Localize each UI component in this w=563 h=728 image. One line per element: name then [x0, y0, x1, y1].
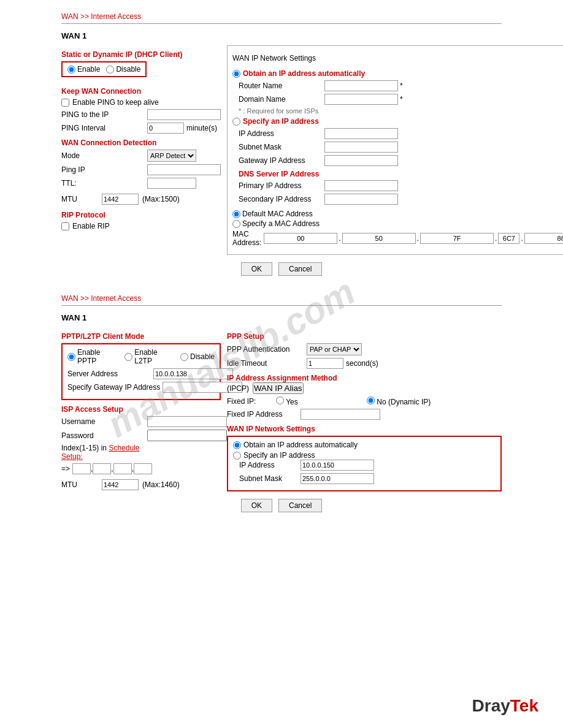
sched-input-4[interactable] — [134, 463, 152, 474]
wan-ip-settings-label: WAN IP Network Settings — [232, 54, 316, 63]
disable-radio-label[interactable]: Disable — [106, 65, 140, 74]
secondary-ip-row: Secondary IP Address — [239, 194, 563, 205]
server-address-row: Server Address 10.0.0.138 — [67, 368, 215, 379]
specify-ip-radio-2[interactable] — [233, 452, 241, 460]
breadcrumb-link-1[interactable]: WAN >> Internet Access — [61, 12, 141, 21]
keep-wan-label: Keep WAN Connection — [61, 87, 221, 96]
wan-ip-panel-1: WAN IP Network Settings WAN IP Alias Obt… — [227, 45, 563, 255]
mtu-input-2[interactable]: 1442 — [102, 479, 139, 490]
obtain-auto-radio-label[interactable]: Obtain an IP address automatically — [232, 69, 563, 78]
router-name-input[interactable] — [324, 80, 398, 91]
ping-ip2-row: Ping IP — [61, 164, 221, 175]
sched-input-2[interactable] — [93, 463, 111, 474]
wan-ip-net-label: WAN IP Network Settings — [227, 425, 502, 433]
primary-ip-input[interactable] — [324, 180, 398, 191]
obtain-auto-radio-label-2[interactable]: Obtain an IP address automatically — [233, 441, 496, 449]
enable-radio-label[interactable]: Enable — [67, 65, 100, 74]
disable-pptp-label[interactable]: Disable — [180, 352, 215, 361]
wan-ip-net-section: WAN IP Network Settings Obtain an IP add… — [227, 425, 502, 491]
wan-ip-alias-btn-2[interactable]: WAN IP Alias — [253, 382, 304, 394]
mac-octet-1[interactable] — [264, 233, 337, 244]
mac-octet-3[interactable] — [420, 233, 494, 244]
obtain-auto-radio[interactable] — [232, 70, 240, 78]
fixed-ip-yes-radio[interactable] — [276, 396, 284, 404]
specify-ip-radio-label-2[interactable]: Specify an IP address — [233, 451, 496, 460]
breadcrumb-2: WAN >> Internet Access — [61, 294, 502, 303]
ip-address-row-1: IP Address — [239, 128, 563, 139]
disable-radio[interactable] — [106, 66, 114, 74]
mac-octet-5[interactable] — [524, 233, 563, 244]
wan-detection-label: WAN Connection Detection — [61, 138, 221, 147]
enable-l2tp-radio[interactable] — [124, 353, 132, 361]
breadcrumb-1: WAN >> Internet Access — [61, 12, 502, 21]
username-row: Username — [61, 416, 221, 427]
ping-interval-row: PING Interval 0 minute(s) — [61, 123, 221, 134]
username-input[interactable] — [147, 416, 227, 427]
sched-input-1[interactable] — [72, 463, 91, 474]
fixed-ip-no-label[interactable]: No (Dynamic IP) — [367, 396, 453, 406]
gateway-input-1[interactable] — [324, 155, 398, 166]
subnet-mask-input-2[interactable]: 255.0.0.0 — [301, 473, 374, 484]
specify-mac-group: Specify a MAC Address — [232, 219, 563, 228]
domain-name-input[interactable] — [324, 94, 398, 105]
idle-timeout-input[interactable]: 1 — [307, 358, 343, 369]
dray-text: Dray — [472, 696, 510, 715]
breadcrumb-link-2[interactable]: WAN >> Internet Access — [61, 294, 141, 303]
ping-ip-input[interactable] — [147, 109, 221, 120]
specify-ip-radio[interactable] — [232, 118, 240, 126]
specify-mac-radio[interactable] — [232, 220, 240, 228]
right-panel-2: PPP Setup PPP Authentication PAP or CHAP… — [227, 327, 502, 491]
ppp-auth-row: PPP Authentication PAP or CHAP — [227, 343, 502, 355]
obtain-auto-radio-2[interactable] — [233, 441, 241, 449]
server-address-input[interactable]: 10.0.0.138 — [153, 368, 233, 379]
left-panel-2: PPTP/L2TP Client Mode Enable PPTP Enable… — [61, 327, 221, 491]
draytek-logo: DrayTek — [472, 696, 538, 716]
ip-address-input-2[interactable]: 10.0.0.150 — [301, 460, 374, 471]
ip-address-row-2: IP Address 10.0.0.150 — [239, 460, 496, 471]
rip-checkbox-row: Enable RIP — [61, 222, 221, 230]
enable-pptp-label[interactable]: Enable PPTP — [67, 348, 118, 365]
default-mac-label[interactable]: Default MAC Address — [232, 210, 313, 218]
default-mac-radio[interactable] — [232, 210, 240, 218]
primary-ip-row: Primary IP Address — [239, 180, 563, 191]
enable-radio[interactable] — [67, 66, 75, 74]
mac-inputs: . . . . . — [264, 233, 563, 244]
pptp-red-box: Enable PPTP Enable L2TP Disable Server A… — [61, 343, 221, 400]
sched-input-3[interactable] — [113, 463, 132, 474]
ping-interval-input[interactable]: 0 — [147, 123, 184, 134]
isp-label: ISP Access Setup — [61, 405, 221, 414]
mac-octet-4[interactable] — [498, 233, 519, 244]
cancel-btn-1[interactable]: Cancel — [278, 262, 322, 276]
specify-mac-label[interactable]: Specify a MAC Address — [232, 219, 320, 228]
fixed-ip-yes-label[interactable]: Yes — [276, 396, 362, 406]
rip-checkbox[interactable] — [61, 222, 69, 230]
mode-row: Mode ARP Detect — [61, 150, 221, 162]
ipcp-sub: (IPCP) — [227, 384, 249, 393]
specify-ip-radio-label[interactable]: Specify an IP address — [232, 117, 563, 126]
ttl-input[interactable] — [147, 178, 196, 189]
enable-disable-box: Enable Disable — [61, 61, 147, 77]
ipcp-label: IP Address Assignment Method — [227, 374, 337, 382]
enable-l2tp-label[interactable]: Enable L2TP — [124, 348, 174, 365]
secondary-ip-input[interactable] — [324, 194, 398, 205]
ip-address-input-1[interactable] — [324, 128, 398, 139]
enable-pptp-radio[interactable] — [67, 353, 75, 361]
mac-octet-2[interactable] — [342, 233, 416, 244]
cancel-btn-2[interactable]: Cancel — [278, 499, 322, 512]
ppp-auth-select[interactable]: PAP or CHAP — [307, 343, 362, 355]
ping-checkbox[interactable] — [61, 99, 69, 107]
section2: WAN >> Internet Access WAN 1 PPTP/L2TP C… — [61, 294, 502, 512]
ok-btn-1[interactable]: OK — [241, 262, 272, 276]
fixed-address-input[interactable] — [301, 409, 380, 420]
fixed-address-row: Fixed IP Address — [227, 409, 502, 420]
mode-select[interactable]: ARP Detect — [147, 150, 196, 162]
btn-row-1: OK Cancel — [61, 262, 502, 276]
ping-ip2-input[interactable] — [147, 164, 221, 175]
index-label: Index(1-15) in Schedule Setup: — [61, 444, 147, 461]
disable-pptp-radio[interactable] — [180, 353, 188, 361]
mtu-input-1[interactable]: 1442 — [102, 194, 139, 205]
subnet-mask-input-1[interactable] — [324, 142, 398, 153]
ok-btn-2[interactable]: OK — [241, 499, 272, 512]
fixed-ip-no-radio[interactable] — [367, 396, 375, 404]
password-input[interactable] — [147, 430, 227, 441]
